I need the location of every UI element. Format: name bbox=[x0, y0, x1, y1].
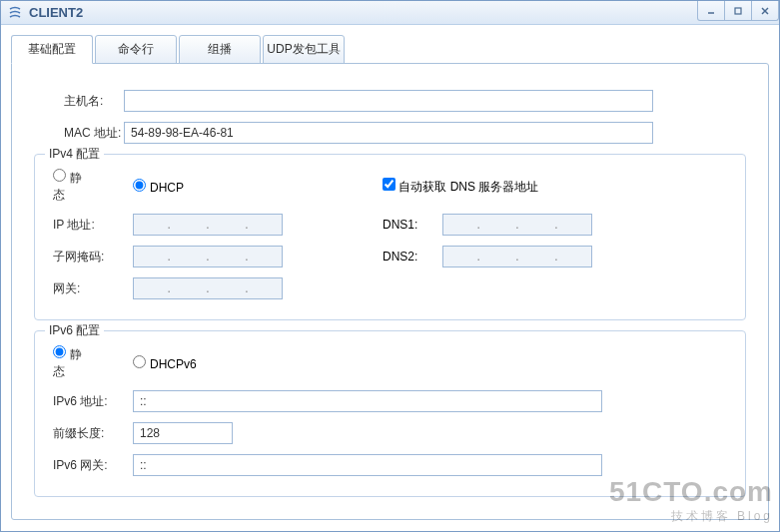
gateway-input[interactable]: ... bbox=[133, 277, 283, 299]
ipv6-dhcpv6-option[interactable]: DHCPv6 bbox=[133, 355, 237, 371]
ip-input[interactable]: ... bbox=[133, 214, 283, 236]
tab-multicast[interactable]: 组播 bbox=[179, 35, 261, 64]
autodns-checkbox[interactable] bbox=[383, 178, 395, 191]
window-controls bbox=[698, 1, 779, 21]
hostname-input[interactable] bbox=[124, 90, 653, 112]
maximize-button[interactable] bbox=[724, 1, 752, 21]
mask-input[interactable]: ... bbox=[133, 246, 283, 267]
ip-label: IP 地址: bbox=[53, 217, 133, 234]
tabbar: 基础配置 命令行 组播 UDP发包工具 bbox=[11, 35, 769, 64]
svg-rect-1 bbox=[735, 8, 741, 14]
ipv6-gw-input[interactable] bbox=[133, 454, 602, 476]
ipv6-static-radio[interactable] bbox=[53, 345, 66, 358]
ipv4-autodns-option[interactable]: 自动获取 DNS 服务器地址 bbox=[383, 178, 538, 196]
watermark: 51CTO.com 技术博客 Blog bbox=[609, 476, 773, 525]
dns1-label: DNS1: bbox=[383, 218, 442, 232]
close-button[interactable] bbox=[751, 1, 779, 21]
ipv6-prefix-input[interactable] bbox=[133, 422, 233, 444]
minimize-button[interactable] bbox=[697, 1, 725, 21]
ipv6-gw-label: IPv6 网关: bbox=[53, 457, 133, 474]
app-window: CLIENT2 基础配置 命令行 组播 UDP发包工具 主机名: MAC 地址: bbox=[0, 0, 780, 532]
tab-basic-config[interactable]: 基础配置 bbox=[11, 35, 93, 64]
tab-panel: 主机名: MAC 地址: IPv4 配置 静态 DHCP 自动获取 DNS 服务… bbox=[11, 63, 769, 520]
dns1-input[interactable]: ... bbox=[442, 214, 592, 236]
mac-label: MAC 地址: bbox=[34, 125, 124, 142]
tab-udp-tool[interactable]: UDP发包工具 bbox=[263, 35, 345, 64]
ipv6-addr-input[interactable] bbox=[133, 390, 602, 412]
hostname-label: 主机名: bbox=[34, 93, 124, 110]
tab-command-line[interactable]: 命令行 bbox=[95, 35, 177, 64]
ipv6-addr-label: IPv6 地址: bbox=[53, 393, 133, 410]
titlebar: CLIENT2 bbox=[1, 1, 779, 25]
ipv6-group: IPv6 配置 静态 DHCPv6 IPv6 地址: 前缀长度: IPv6 网关… bbox=[34, 330, 746, 497]
dns2-label: DNS2: bbox=[383, 250, 442, 264]
ipv4-dhcp-option[interactable]: DHCP bbox=[133, 179, 383, 195]
ipv6-static-option[interactable]: 静态 bbox=[53, 345, 133, 380]
dns2-input[interactable]: ... bbox=[442, 246, 592, 267]
app-icon bbox=[7, 5, 23, 21]
ipv6-prefix-label: 前缀长度: bbox=[53, 425, 133, 442]
window-body: 基础配置 命令行 组播 UDP发包工具 主机名: MAC 地址: IPv4 配置… bbox=[1, 25, 779, 531]
ipv6-dhcpv6-radio[interactable] bbox=[133, 355, 146, 368]
mac-input[interactable] bbox=[124, 122, 653, 144]
ipv4-static-radio[interactable] bbox=[53, 169, 66, 182]
ipv4-group-title: IPv4 配置 bbox=[45, 146, 104, 163]
ipv4-dhcp-radio[interactable] bbox=[133, 179, 146, 192]
gateway-label: 网关: bbox=[53, 280, 133, 297]
window-title: CLIENT2 bbox=[29, 5, 773, 20]
ipv6-group-title: IPv6 配置 bbox=[45, 322, 104, 339]
mask-label: 子网掩码: bbox=[53, 249, 133, 266]
ipv4-group: IPv4 配置 静态 DHCP 自动获取 DNS 服务器地址 IP 地址: ..… bbox=[34, 154, 746, 320]
ipv4-static-option[interactable]: 静态 bbox=[53, 169, 133, 204]
